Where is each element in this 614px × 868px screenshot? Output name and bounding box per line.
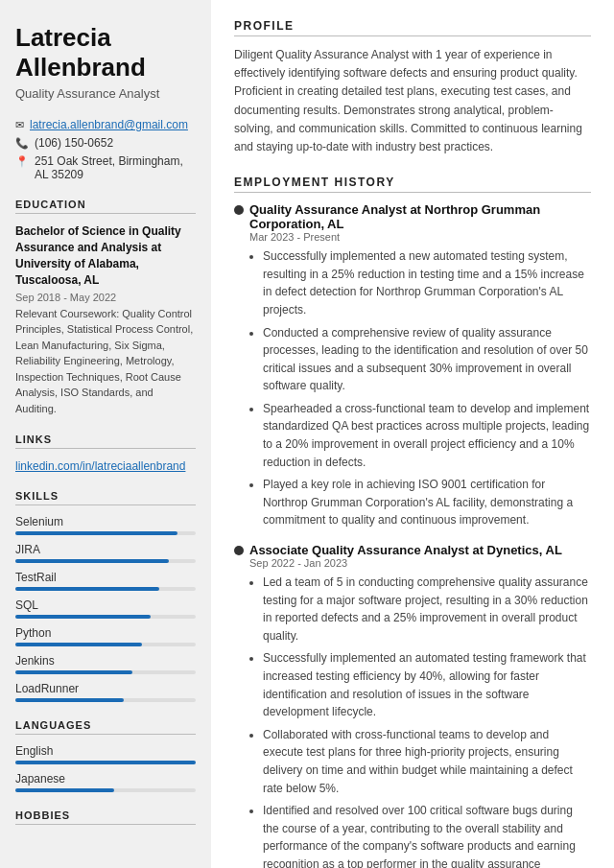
job-title: Associate Quality Assurance Analyst at D… [234,543,591,557]
skill-bar-fill [15,615,151,619]
skill-name: SQL [15,598,196,612]
skill-bar-bg [15,615,196,619]
skill-name: Selenium [15,515,196,528]
language-name: English [15,744,196,758]
language-bar-fill [15,761,196,764]
job-bullets: Led a team of 5 in conducting comprehens… [249,574,591,868]
phone-text: (106) 150-0652 [35,136,113,150]
sidebar: Latrecia Allenbrand Quality Assurance An… [0,0,211,868]
skill-item: JIRA [15,543,196,563]
skill-name: LoadRunner [15,682,196,695]
edu-degree: Bachelor of Science in Quality Assurance… [15,223,196,288]
skill-item: Jenkins [15,654,196,674]
jobs-container: Quality Assurance Analyst at Northrop Gr… [234,202,591,868]
skill-bar-fill [15,531,177,535]
job-bullet: Identified and resolved over 100 critica… [263,802,591,868]
education-section-title: EDUCATION [15,199,196,214]
skill-bar-fill [15,698,124,702]
skill-name: JIRA [15,543,196,556]
skill-item: TestRail [15,571,196,591]
skill-bar-bg [15,670,196,674]
profile-section: PROFILE Diligent Quality Assurance Analy… [234,19,591,156]
job-entry: Quality Assurance Analyst at Northrop Gr… [234,202,591,529]
skills-container: Selenium JIRA TestRail SQL Python Jenkin… [15,515,196,702]
profile-text: Diligent Quality Assurance Analyst with … [234,46,591,156]
languages-section-title: LANGUAGES [15,719,196,735]
email-icon: ✉ [15,119,24,131]
language-item: English [15,744,196,764]
skills-section-title: SKILLS [15,490,196,505]
job-title: Quality Assurance Analyst at Northrop Gr… [234,202,591,231]
edu-date: Sep 2018 - May 2022 [15,292,196,303]
employment-section: EMPLOYMENT HISTORY Quality Assurance Ana… [234,176,591,868]
languages-container: English Japanese [15,744,196,792]
skill-bar-fill [15,643,142,646]
job-title-text: Quality Assurance Analyst at Northrop Gr… [249,202,591,231]
candidate-name: Latrecia Allenbrand [15,23,196,82]
skill-bar-fill [15,587,159,591]
main-content: PROFILE Diligent Quality Assurance Analy… [211,0,614,868]
skill-bar-bg [15,559,196,563]
skill-bar-bg [15,698,196,702]
skill-bar-fill [15,559,169,563]
skill-bar-bg [15,643,196,646]
profile-section-title: PROFILE [234,19,591,36]
address-text: 251 Oak Street, Birmingham, AL 35209 [35,154,196,181]
job-bullet: Successfully implemented a new automated… [263,247,591,318]
edu-coursework: Relevant Coursework: Quality Control Pri… [15,306,196,417]
skill-bar-bg [15,587,196,591]
job-bullet: Led a team of 5 in conducting comprehens… [263,574,591,645]
job-dot [234,205,244,215]
skill-name: Python [15,626,196,640]
language-bar-bg [15,788,196,792]
job-dot [234,546,244,555]
job-date: Sep 2022 - Jan 2023 [249,557,591,569]
linkedin-link[interactable]: linkedin.com/in/latreciaallenbrand [15,459,185,473]
job-bullet: Collaborated with cross-functional teams… [263,726,591,797]
job-bullet: Successfully implemented an automated te… [263,649,591,720]
employment-section-title: EMPLOYMENT HISTORY [234,176,591,193]
language-name: Japanese [15,772,196,786]
linkedin-link-item: linkedin.com/in/latreciaallenbrand [15,458,196,473]
phone-icon: 📞 [15,137,29,150]
job-bullets: Successfully implemented a new automated… [249,247,591,529]
job-title-text: Associate Quality Assurance Analyst at D… [249,543,562,557]
language-item: Japanese [15,772,196,792]
email-link[interactable]: latrecia.allenbrand@gmail.com [30,118,188,131]
coursework-label: Relevant Coursework: [15,308,119,319]
coursework-text: Quality Control Principles, Statistical … [15,308,193,414]
job-entry: Associate Quality Assurance Analyst at D… [234,543,591,868]
skill-item: SQL [15,598,196,619]
skill-name: TestRail [15,571,196,584]
skill-item: LoadRunner [15,682,196,702]
job-date: Mar 2023 - Present [249,231,591,243]
hobbies-section-title: HOBBIES [15,809,196,825]
address-icon: 📍 [15,155,29,168]
candidate-title: Quality Assurance Analyst [15,86,196,101]
skill-bar-bg [15,531,196,535]
skill-name: Jenkins [15,654,196,668]
skill-bar-fill [15,670,132,674]
job-bullet: Conducted a comprehensive review of qual… [263,324,591,395]
skill-item: Selenium [15,515,196,535]
language-bar-fill [15,788,114,792]
language-bar-bg [15,761,196,764]
links-section-title: LINKS [15,434,196,449]
job-bullet: Played a key role in achieving ISO 9001 … [263,476,591,529]
job-bullet: Spearheaded a cross-functional team to d… [263,400,591,471]
skill-item: Python [15,626,196,646]
